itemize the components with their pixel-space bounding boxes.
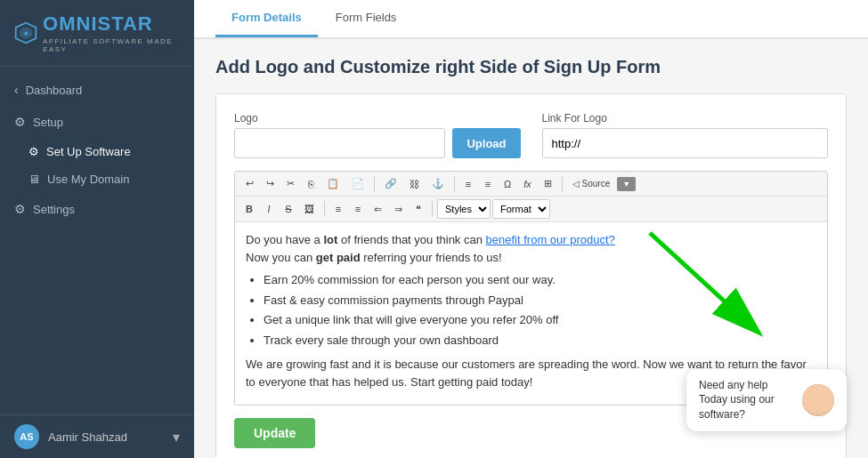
toolbar-indent-dec[interactable]: ⇐ [369,201,387,218]
sidebar-item-label: Setup [33,116,63,129]
toolbar-format-select[interactable]: Format [492,199,550,219]
gear-icon: ⚙ [14,115,26,129]
toolbar-paste-text[interactable]: 📄 [346,175,369,192]
sidebar-item-label: Dashboard [26,84,83,97]
sidebar-navigation: ‹ Dashboard ⚙ Setup ⚙ Set Up Software 🖥 … [0,67,194,414]
logo-label: Logo [234,112,521,125]
toolbar-undo[interactable]: ↩ [240,175,259,192]
logo-input[interactable] [234,128,445,158]
toolbar-indent-inc[interactable]: ⇒ [389,201,408,218]
logo-link-row: Logo Upload Link For Logo [234,112,828,158]
toolbar-styles-select[interactable]: Styles [437,199,491,219]
chat-message: Need any help Today using our software? [699,378,793,422]
toolbar-blockquote[interactable]: ❝ [410,201,427,218]
link-label: Link For Logo [542,112,829,125]
logo-group: Logo Upload [234,112,521,158]
chevron-down-icon: ▾ [173,429,180,446]
toolbar-separator5 [432,201,433,217]
toolbar-omega[interactable]: Ω [499,176,516,192]
editor-bullet3: Get a unique link that will give everyon… [264,311,816,329]
toolbar-ordered-list[interactable]: ≡ [349,201,367,217]
toolbar-dropdown-arrow[interactable]: ▼ [617,177,636,191]
editor-bullet4: Track every sale through your own dashbo… [264,332,816,350]
user-name: Aamir Shahzad [48,430,127,444]
toolbar-row1: ↩ ↪ ✂ ⎘ 📋 📄 🔗 ⛓ ⚓ ≡ ≡ Ω fx [235,172,827,197]
toolbar-align-left[interactable]: ≡ [459,176,477,192]
monitor-icon: 🖥 [28,173,40,186]
editor-bullet1: Earn 20% commission for each person you … [264,271,816,289]
editor-list: Earn 20% commission for each person you … [246,271,816,349]
toolbar-strikethrough[interactable]: S [280,201,297,217]
update-button[interactable]: Update [234,418,315,448]
sidebar-item-set-up-software[interactable]: ⚙ Set Up Software [0,138,194,165]
toolbar-copy[interactable]: ⎘ [302,176,320,192]
sidebar-item-settings[interactable]: ⚙ Settings [0,193,194,225]
chat-avatar [802,384,834,416]
sidebar-sub-item-label: Use My Domain [47,173,129,186]
logo-input-row: Upload [234,128,521,158]
avatar: AS [14,424,39,449]
toolbar-italic[interactable]: I [260,201,278,217]
sidebar-item-dashboard[interactable]: ‹ Dashboard [0,74,194,106]
tab-form-details[interactable]: Form Details [215,0,318,37]
brand-tagline: AFFILIATE SOFTWARE MADE EASY [43,37,180,53]
sidebar-item-use-my-domain[interactable]: 🖥 Use My Domain [0,165,194,193]
toolbar-link[interactable]: 🔗 [379,175,402,192]
toolbar-image[interactable]: 🖼 [299,201,320,217]
sidebar: ★ OMNISTAR AFFILIATE SOFTWARE MADE EASY … [0,0,194,458]
sidebar-item-label: Settings [33,203,75,216]
toolbar-anchor[interactable]: ⚓ [426,175,450,192]
brand-name: OMNISTAR [43,12,180,36]
chevron-left-icon: ‹ [14,83,19,97]
chat-bubble[interactable]: Need any help Today using our software? [686,369,847,431]
toolbar-fx[interactable]: fx [518,176,537,192]
svg-text:★: ★ [23,30,29,36]
editor-bullet2: Fast & easy commission payments through … [264,292,816,309]
toolbar-separator4 [324,201,325,217]
toolbar-separator2 [454,176,455,192]
logo-icon: ★ [14,20,37,46]
toolbar-unordered-list[interactable]: ≡ [329,201,347,217]
tab-form-fields[interactable]: Form Fields [320,0,413,37]
user-footer[interactable]: AS Aamir Shahzad ▾ [0,414,194,458]
toolbar-source[interactable]: ◁ Source [567,176,615,191]
toolbar-bold[interactable]: B [240,201,258,217]
toolbar-separator3 [562,176,563,192]
logo-area: ★ OMNISTAR AFFILIATE SOFTWARE MADE EASY [0,0,194,67]
toolbar-table[interactable]: ⊞ [539,175,557,192]
editor-line1: Do you have a lot of friends that you th… [246,231,816,266]
toolbar-row2: B I S 🖼 ≡ ≡ ⇐ ⇒ ❝ Styles [235,197,827,222]
toolbar-cut[interactable]: ✂ [281,175,300,192]
toolbar-separator [374,176,375,192]
toolbar-redo[interactable]: ↪ [261,175,280,192]
cog-icon: ⚙ [28,145,39,158]
toolbar-paste[interactable]: 📋 [321,175,345,192]
sidebar-sub-item-label: Set Up Software [46,145,131,158]
avatar-face [802,384,834,416]
settings-icon: ⚙ [14,202,26,216]
link-input[interactable] [542,128,829,158]
upload-button[interactable]: Upload [452,128,520,158]
toolbar-align-center[interactable]: ≡ [479,176,497,192]
link-group: Link For Logo [542,112,829,158]
sidebar-item-setup[interactable]: ⚙ Setup [0,106,194,138]
toolbar-unlink[interactable]: ⛓ [404,176,425,192]
tab-bar: Form Details Form Fields [194,0,868,39]
page-title: Add Logo and Customize right Side of Sig… [215,57,847,77]
